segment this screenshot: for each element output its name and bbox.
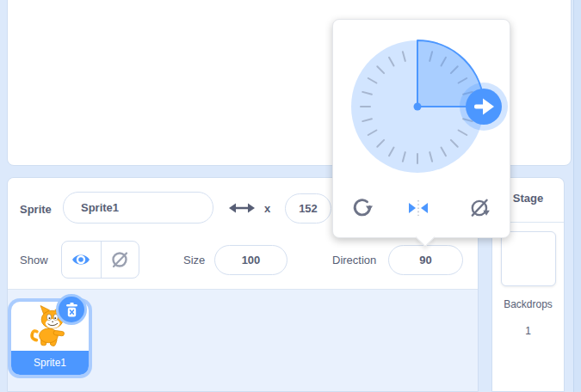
show-label: Show bbox=[20, 254, 48, 266]
direction-handle[interactable] bbox=[460, 83, 508, 131]
scratch-editor: Sprite Sprite1 x 152 Show bbox=[0, 0, 581, 392]
direction-picker-popup bbox=[332, 19, 510, 238]
sprite-label: Sprite bbox=[20, 203, 52, 216]
backdrops-label: Backdrops bbox=[492, 298, 564, 310]
rotation-style-do-not-rotate-button[interactable] bbox=[467, 194, 494, 222]
rotate-none-icon bbox=[469, 197, 491, 219]
size-label: Size bbox=[183, 254, 205, 266]
x-position-input[interactable]: 152 bbox=[285, 193, 331, 224]
rotation-style-left-right-button[interactable] bbox=[405, 194, 432, 222]
delete-sprite-button[interactable] bbox=[56, 294, 87, 325]
hide-sprite-button[interactable] bbox=[101, 242, 139, 278]
direction-input[interactable]: 90 bbox=[388, 245, 463, 275]
x-label: x bbox=[264, 202, 270, 215]
trash-icon bbox=[65, 303, 78, 317]
rotate-all-around-icon bbox=[352, 197, 374, 219]
x-position-arrow-icon bbox=[229, 203, 255, 213]
backdrop-thumbnail[interactable] bbox=[501, 231, 556, 286]
rotation-style-all-around-button[interactable] bbox=[349, 194, 377, 222]
sprite-name-input[interactable]: Sprite1 bbox=[63, 192, 213, 224]
direction-label: Direction bbox=[332, 254, 376, 266]
sprite-card-name: Sprite1 bbox=[11, 351, 89, 375]
show-toggle-group bbox=[61, 241, 139, 279]
panel-resize-gutter bbox=[573, 0, 581, 392]
show-sprite-button[interactable] bbox=[62, 242, 101, 278]
size-input[interactable]: 100 bbox=[214, 245, 287, 275]
backdrops-count: 1 bbox=[492, 325, 564, 337]
hide-eye-icon bbox=[109, 249, 130, 270]
rotate-left-right-icon bbox=[406, 199, 430, 217]
show-eye-icon bbox=[71, 249, 91, 270]
